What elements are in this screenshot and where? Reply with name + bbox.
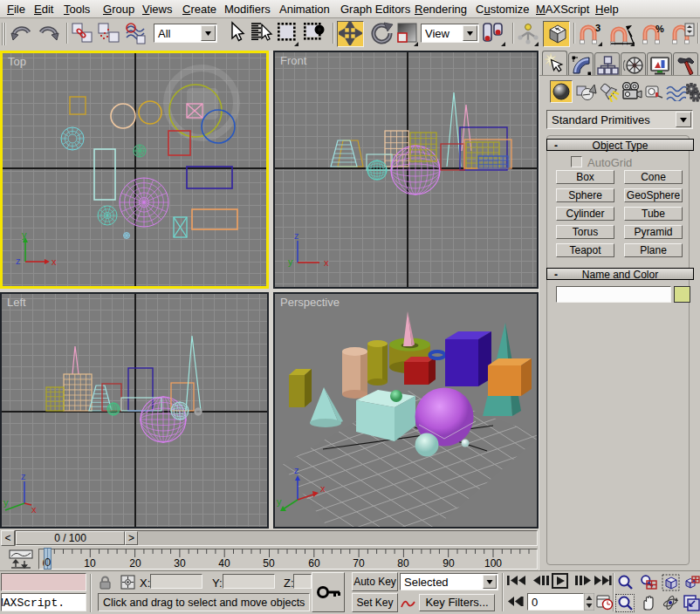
svg-text:%: % — [655, 24, 664, 34]
svg-text:60: 60 — [308, 557, 320, 570]
svg-text:100: 100 — [484, 557, 502, 570]
svg-text:70: 70 — [353, 557, 365, 570]
svg-text:40: 40 — [218, 557, 230, 570]
svg-text:z: z — [21, 471, 26, 481]
svg-text:y: y — [3, 497, 9, 508]
svg-text:90: 90 — [443, 557, 455, 570]
svg-text:20: 20 — [129, 557, 141, 570]
svg-text:x: x — [51, 256, 57, 267]
svg-text:z: z — [16, 256, 21, 266]
svg-text:30: 30 — [174, 557, 186, 570]
svg-text:50: 50 — [263, 557, 275, 570]
svg-text:y: y — [277, 496, 282, 507]
svg-text:x: x — [320, 483, 326, 494]
svg-text:80: 80 — [397, 557, 409, 570]
svg-text:z: z — [294, 465, 299, 475]
svg-text:z: z — [294, 230, 299, 241]
svg-text:x: x — [31, 504, 37, 515]
svg-text:3: 3 — [595, 23, 600, 33]
svg-text:y: y — [22, 229, 27, 240]
svg-text:10: 10 — [84, 557, 96, 570]
svg-text:y: y — [288, 256, 293, 267]
svg-text:x: x — [324, 257, 329, 268]
